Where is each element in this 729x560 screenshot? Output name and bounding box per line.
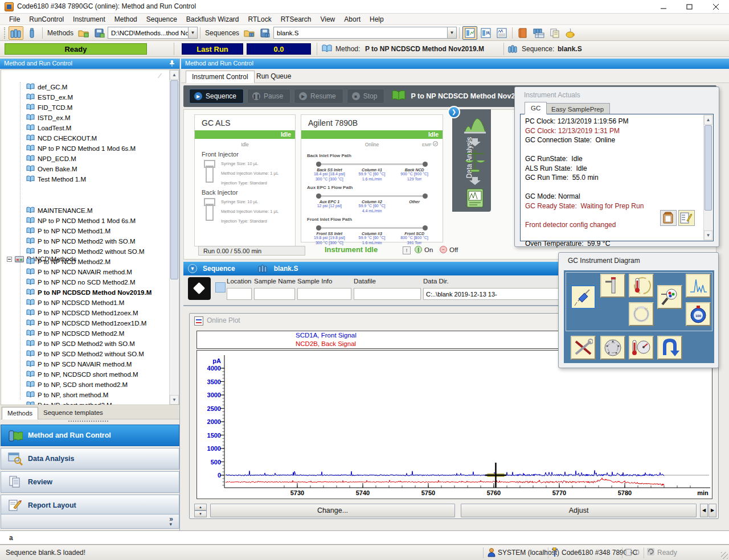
chevron-down-icon[interactable]: ▼ <box>188 264 197 273</box>
tab-instrument-control[interactable]: Instrument Control <box>186 71 255 83</box>
row-select-cell[interactable] <box>215 282 226 293</box>
tree-item[interactable]: P to NP SCD NAVAIR method.M <box>26 359 132 369</box>
menu-item[interactable]: Sequence <box>142 14 182 24</box>
lamp-icon[interactable] <box>563 26 578 40</box>
single-bottle-icon[interactable] <box>24 26 39 40</box>
col-data-dir[interactable]: Data Dir. <box>423 278 449 285</box>
setpoints-button[interactable] <box>678 210 695 226</box>
tree-item[interactable]: def_GC.M <box>26 82 67 92</box>
collapse-icon[interactable] <box>7 257 12 262</box>
open-sequence-icon[interactable] <box>242 26 257 40</box>
tree-item[interactable]: P to NP NCD no SCD Method2.M <box>26 277 136 287</box>
splitter-handle[interactable] <box>68 421 108 422</box>
scroll-up-icon[interactable]: ▲ <box>704 115 712 125</box>
aux-heater-icon[interactable] <box>629 336 654 360</box>
tab-easy-sampleprep[interactable]: Easy SamplePrep <box>545 103 610 114</box>
nav-button[interactable]: Method and Run Control <box>1 425 179 446</box>
scrollbar-thumb[interactable] <box>170 80 178 279</box>
tree-item[interactable]: P to NP SCD Method2 without SO.M <box>26 349 144 359</box>
logbook-icon[interactable] <box>515 26 530 40</box>
nav-overflow-row[interactable]: »▾ <box>1 514 179 529</box>
tree-item[interactable]: ESTD_ex.M <box>26 92 73 102</box>
scrollbar-thumb[interactable] <box>705 125 712 211</box>
method-runcontrol-view-icon[interactable] <box>462 26 477 40</box>
tree-item[interactable]: LoadTest.M <box>26 123 71 133</box>
scroll-left-icon[interactable]: ◀ <box>700 504 708 517</box>
change-button[interactable]: Change... <box>210 504 455 517</box>
resize-grip[interactable] <box>721 552 728 559</box>
instrument-on-button[interactable]: ❙On <box>415 246 433 253</box>
inlet-icon[interactable] <box>600 274 625 298</box>
vial-position-icon[interactable] <box>188 277 211 300</box>
command-line[interactable]: a <box>0 530 729 545</box>
cell-sample-name[interactable] <box>254 288 295 300</box>
scroll-down-icon[interactable]: ▼ <box>170 395 179 405</box>
tree-item[interactable]: P to NP NCD NAVAIR method.M <box>26 267 132 277</box>
stop-button[interactable]: ■Stop <box>347 89 385 104</box>
tree-item[interactable]: NP to P NCD Method 1 Mod 6s.M <box>26 216 136 226</box>
tree-item[interactable]: FID_TCD.M <box>26 102 72 113</box>
cell-location[interactable] <box>227 288 252 300</box>
tab-gc[interactable]: GC <box>525 102 547 114</box>
tree-item[interactable]: P to NP NCDSCD Method1.M <box>26 298 124 308</box>
menu-item[interactable]: Help <box>365 14 388 24</box>
open-method-icon[interactable] <box>76 26 91 40</box>
tree-item[interactable]: P to NP, NCDSCD short method.M <box>26 369 138 380</box>
menu-item[interactable]: View <box>316 14 339 24</box>
cell-data-dir[interactable]: C:..\blank 2019-12-13 13- <box>423 288 563 300</box>
tree-item[interactable]: Oven Bake.M <box>26 164 77 174</box>
nav-button[interactable]: Data Analysis <box>1 448 179 470</box>
tree-item[interactable]: P to NP SCD Method2 with SO.M <box>26 339 135 349</box>
valve-icon[interactable] <box>600 336 625 360</box>
sequence-table-icon[interactable] <box>531 26 546 40</box>
tree-item[interactable]: NP to P NCD Method 1 Mod 6s.M <box>26 143 136 154</box>
tree-item[interactable]: P to NP NCD Method2.M <box>26 257 110 267</box>
minimize-icon[interactable] <box>650 0 677 14</box>
menu-item[interactable]: RTSearch <box>276 14 316 24</box>
tree-item[interactable]: P to NP NCD Method2 without SO.M <box>26 246 145 257</box>
detector-icon[interactable] <box>657 285 682 309</box>
tree-item[interactable]: P to NP NCD Method1.M <box>26 226 110 236</box>
tree-item[interactable]: P to NP NCDSCD Method1zoex1D.M <box>26 318 146 328</box>
tab-sequence-templates[interactable]: Sequence templates <box>38 407 108 419</box>
menu-item[interactable]: RunControl <box>24 14 68 24</box>
sample-bottles-icon[interactable] <box>9 26 23 40</box>
oven-temperature-icon[interactable] <box>629 274 654 298</box>
nav-button[interactable]: Report Layout <box>1 495 179 516</box>
cell-sample-info[interactable] <box>297 288 351 300</box>
backflush-icon[interactable] <box>657 336 682 360</box>
menu-item[interactable]: File <box>5 14 24 24</box>
sequence-run-button[interactable]: ▶Sequence <box>189 89 244 104</box>
injector-syringe-icon[interactable] <box>571 285 596 309</box>
tree-item[interactable]: MAINTENANCE.M <box>26 205 92 216</box>
signal-plot-icon[interactable] <box>686 274 711 298</box>
col-sample-info[interactable]: Sample Info <box>297 278 332 285</box>
col-sample-name[interactable]: Sample Name <box>254 278 296 285</box>
close-icon[interactable] <box>703 0 729 14</box>
copy-actuals-button[interactable] <box>660 210 677 226</box>
pause-button[interactable]: ❚❚Pause <box>247 89 290 104</box>
tree-item[interactable]: NPD_ECD.M <box>26 154 76 164</box>
attention-icon[interactable]: ! <box>403 246 411 254</box>
data-analysis-side-tab[interactable]: ❯ Data Analysis <box>452 109 491 212</box>
col-location[interactable]: Location <box>227 278 251 285</box>
scroll-down-icon[interactable]: ▼ <box>704 230 712 240</box>
tree-item[interactable]: NCD CHECKOUT.M <box>26 133 97 143</box>
scroll-up-icon[interactable]: ▲ <box>170 70 179 80</box>
maintenance-tools-icon[interactable] <box>571 336 596 360</box>
save-method-icon[interactable] <box>92 26 107 40</box>
report-view-icon[interactable] <box>494 26 509 40</box>
tree-item[interactable]: Test Method 1.M <box>26 174 86 184</box>
tree-item[interactable]: P to NP NCDSCD Method2.M <box>26 328 124 339</box>
copy-icon[interactable] <box>547 26 562 40</box>
plot-area[interactable]: pA40003500300025002000150010005000573057… <box>196 350 712 499</box>
maximize-icon[interactable] <box>677 0 703 14</box>
scale-spinner[interactable]: ▲▼ <box>194 504 207 517</box>
instrument-off-button[interactable]: −Off <box>440 246 458 253</box>
tab-methods[interactable]: Methods <box>2 407 38 419</box>
adjust-button[interactable]: Adjust <box>461 504 697 517</box>
chevron-right-icon[interactable]: ❯ <box>448 106 460 118</box>
actuals-scrollbar[interactable]: ▲ ▼ <box>703 115 712 240</box>
cell-datafile[interactable] <box>354 288 421 300</box>
resume-button[interactable]: ▶Resume <box>294 89 343 104</box>
